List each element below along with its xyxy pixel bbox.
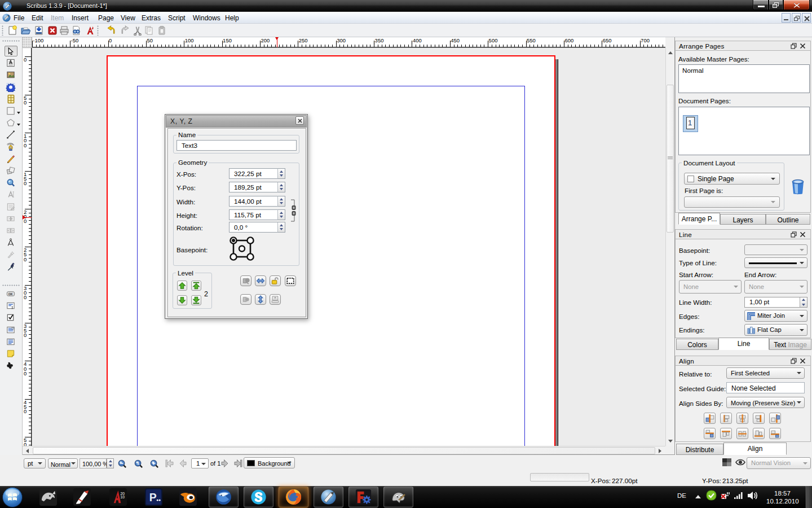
svg-text:OK: OK — [8, 292, 13, 296]
svg-text:1: 1 — [137, 461, 139, 466]
svg-text:10: 10 — [120, 495, 125, 499]
svg-text:P: P — [149, 491, 157, 503]
